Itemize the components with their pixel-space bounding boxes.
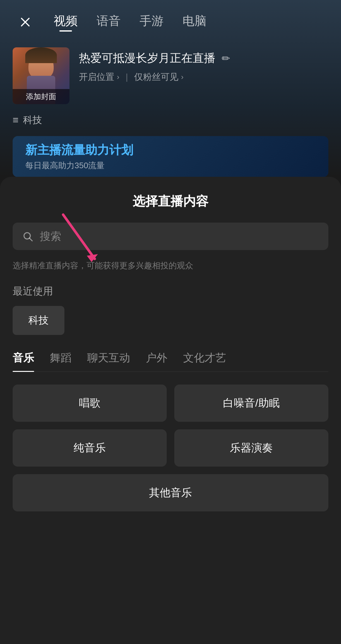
card-singing[interactable]: 唱歌 <box>13 385 167 422</box>
category-tag[interactable]: ≡ 科技 <box>0 114 341 133</box>
thumbnail-container[interactable]: 添加封面 <box>13 47 69 104</box>
category-text: 科技 <box>23 114 42 127</box>
meta-divider: | <box>126 72 128 82</box>
thumbnail-label: 添加封面 <box>13 89 69 104</box>
card-white-noise[interactable]: 白噪音/助眠 <box>174 385 328 422</box>
list-icon: ≡ <box>13 114 19 126</box>
stream-details: 热爱可抵漫长岁月正在直播 ✏ 开启位置 › | 仅粉丝可见 › <box>79 47 328 83</box>
cat-tab-outdoor[interactable]: 户外 <box>146 351 167 372</box>
cat-tab-dance[interactable]: 舞蹈 <box>50 351 71 372</box>
nav-tab-mobile-game[interactable]: 手游 <box>140 13 164 32</box>
banner-title: 新主播流量助力计划 <box>25 142 316 158</box>
recent-label: 最近使用 <box>13 284 328 298</box>
content-grid: 唱歌 白噪音/助眠 纯音乐 乐器演奏 其他音乐 <box>13 385 328 511</box>
search-hint: 选择精准直播内容，可能获得更多兴趣相投的观众 <box>13 259 328 272</box>
nav-tab-voice[interactable]: 语音 <box>97 13 121 32</box>
nav-tab-pc[interactable]: 电脑 <box>182 13 206 32</box>
banner-subtitle: 每日最高助力350流量 <box>25 160 316 171</box>
card-pure-music[interactable]: 纯音乐 <box>13 429 167 467</box>
card-instrument[interactable]: 乐器演奏 <box>174 429 328 467</box>
cat-tab-chat[interactable]: 聊天互动 <box>87 351 130 372</box>
sheet-title: 选择直播内容 <box>13 177 328 223</box>
edit-icon[interactable]: ✏ <box>222 52 230 64</box>
cat-tab-culture[interactable]: 文化才艺 <box>183 351 226 372</box>
recent-tag-keji[interactable]: 科技 <box>13 306 64 335</box>
close-button[interactable] <box>16 13 35 32</box>
category-tabs: 音乐 舞蹈 聊天互动 户外 文化才艺 <box>13 351 328 372</box>
stream-info: 添加封面 热爱可抵漫长岁月正在直播 ✏ 开启位置 › | 仅粉丝可见 › <box>0 38 341 114</box>
search-bar[interactable] <box>13 223 328 250</box>
stream-meta: 开启位置 › | 仅粉丝可见 › <box>79 71 328 83</box>
visibility-item[interactable]: 仅粉丝可见 › <box>134 71 183 83</box>
recent-tags: 科技 <box>13 306 328 335</box>
nav-tabs: 视频 语音 手游 电脑 <box>54 13 206 32</box>
svg-line-3 <box>29 238 32 241</box>
cat-tab-music[interactable]: 音乐 <box>13 351 34 372</box>
search-input[interactable] <box>40 230 319 242</box>
stream-title-row: 热爱可抵漫长岁月正在直播 ✏ <box>79 51 328 66</box>
bottom-sheet: 选择直播内容 选择精准直播内容，可能获得更多兴趣相投的观众 最近使用 科技 音乐… <box>0 177 341 644</box>
location-item[interactable]: 开启位置 › <box>79 71 119 83</box>
card-other-music[interactable]: 其他音乐 <box>13 474 328 511</box>
stream-title: 热爱可抵漫长岁月正在直播 <box>79 51 215 66</box>
promo-banner[interactable]: 新主播流量助力计划 每日最高助力350流量 <box>13 136 328 177</box>
top-navigation: 视频 语音 手游 电脑 <box>0 0 341 38</box>
search-icon <box>22 231 33 242</box>
nav-tab-video[interactable]: 视频 <box>54 13 78 32</box>
